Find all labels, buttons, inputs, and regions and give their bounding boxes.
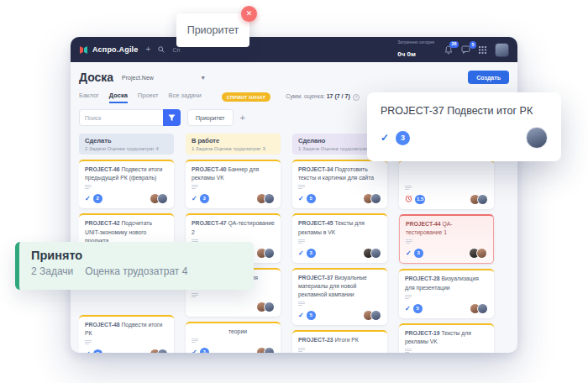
accepted-tasks-count: 2 Задачи [31, 265, 73, 277]
search-input[interactable] [79, 109, 163, 126]
add-filter-button[interactable]: + [240, 113, 245, 123]
search-icon[interactable] [158, 46, 165, 53]
estimate-badge: 5 [307, 311, 316, 320]
task-id: PROJECT-23 [298, 337, 334, 343]
priority-tooltip-label: Приоритет [187, 24, 239, 36]
task-card[interactable]: PROJECT-19 Тексты для рекламы VK✓5 [399, 323, 494, 353]
description-icon [405, 186, 412, 190]
time-tracker: Затрачено сегодня 0ч 0м [397, 39, 434, 60]
task-card[interactable]: PROJECT-40 Баннер для рекламы VK✓3 [186, 160, 281, 208]
task-id: PROJECT-28 [405, 275, 441, 281]
tab-Проект[interactable]: Проект [138, 92, 159, 103]
task-card[interactable]: PROJECT-44 QA-тестирование 1✓3 [399, 214, 494, 264]
create-button[interactable]: Создать [468, 71, 509, 84]
task-card[interactable]: PROJECT-46 Подвести итоги предыдущей РК … [79, 160, 174, 208]
column-header: Сделать2 Задачи Оценка трудозатрат 4 [79, 134, 174, 155]
assignee-avatars [260, 347, 275, 353]
assignee-avatars [473, 303, 488, 314]
task-id: PROJECT-47 [192, 220, 228, 226]
task-preview-popup[interactable]: PROJECT-37 Подвести итог РК ✓ 3 [367, 92, 561, 161]
priority-filter-button[interactable]: Приоритет [187, 109, 234, 126]
messages-button[interactable]: 5 [461, 45, 470, 54]
task-card-footer: ✓2 [85, 193, 168, 204]
project-select[interactable]: Project.New ▼ [122, 75, 206, 81]
estimate-badge: 3 [200, 194, 209, 203]
task-title: PROJECT-19 Тексты для рекламы VK [405, 329, 488, 346]
notifications-count-badge: 26 [449, 41, 459, 49]
avatar [477, 194, 488, 205]
accepted-column-callout: Принято 2 Задачи Оценка трудозатрат 4 [15, 242, 254, 290]
time-tracker-label: Затрачено сегодня [397, 39, 434, 45]
app-logo-icon [79, 45, 88, 55]
tab-Доска[interactable]: Доска [109, 92, 128, 103]
topbar: Аспро.Agile + Сп Затрачено сегодня 0ч 0м… [71, 37, 517, 62]
assignee-avatars [260, 302, 275, 312]
task-card[interactable]: PROJECT-34 Подготовить тексты и картинки… [292, 160, 387, 208]
check-icon: ✓ [405, 305, 411, 312]
description-icon [298, 348, 305, 352]
task-title: PROJECT-48 Подвести итоги РК [85, 321, 168, 338]
topbar-nav-truncated[interactable]: Сп [172, 47, 180, 53]
estimate-badge: 5 [307, 194, 316, 203]
task-card-footer: 1.5 [405, 194, 488, 205]
task-card[interactable]: PROJECT-23 Итоги РК✓5 [292, 330, 387, 353]
description-icon [85, 340, 92, 344]
avatar [264, 248, 275, 259]
assignee-avatars [153, 193, 168, 204]
description-icon [298, 302, 305, 306]
estimate-badge: 1.5 [415, 195, 425, 204]
tab-Баклог[interactable]: Баклог [79, 92, 99, 103]
accepted-estimate: Оценка трудозатрат 4 [85, 265, 187, 277]
check-icon: ✓ [381, 132, 389, 144]
estimate-badge: 3 [414, 249, 423, 258]
column-subtitle: 1 Задача Оценка трудозатрат 3 [192, 146, 275, 151]
check-icon: ✓ [192, 195, 197, 202]
check-icon: ✓ [85, 195, 91, 202]
task-card[interactable]: 1.5 [399, 160, 494, 209]
task-card[interactable]: PROJECT-37 Визуальные материалы для ново… [292, 268, 387, 326]
task-card[interactable]: теории✓3 [186, 322, 281, 353]
estimate-badge: 2 [93, 349, 102, 353]
estimate-badge: 3 [396, 131, 410, 145]
task-title: PROJECT-45 Тексты для рекламы в VK [298, 219, 381, 236]
notifications-button[interactable]: 26 [444, 45, 453, 55]
task-id: PROJECT-40 [192, 166, 228, 172]
close-icon[interactable]: ✕ [241, 6, 257, 22]
assignee-avatars [472, 248, 487, 259]
avatar [157, 349, 168, 353]
project-select-value: Project.New [122, 75, 154, 81]
column-title: В работе [192, 137, 275, 144]
time-tracker-value: 0ч 0м [397, 50, 416, 58]
check-icon: ✓ [298, 312, 304, 319]
assignee-avatars [153, 349, 168, 353]
task-title: теории [192, 328, 275, 336]
avatar [477, 303, 488, 314]
task-id: PROJECT-44 [406, 221, 442, 227]
task-card-footer: ✓3 [298, 248, 381, 259]
check-icon: ✓ [192, 349, 197, 353]
kanban-column: Сделано1 Задача Оценка трудозатратPROJEC… [292, 134, 387, 353]
brand: Аспро.Agile [79, 45, 139, 55]
check-icon: ✓ [298, 195, 304, 202]
check-icon: ✓ [406, 249, 412, 257]
assignee-avatars [366, 193, 381, 204]
task-card-footer: ✓2 [85, 349, 168, 353]
description-icon [298, 185, 305, 189]
description-icon [405, 349, 412, 353]
column-subtitle: 2 Задачи Оценка трудозатрат 4 [85, 146, 168, 151]
user-avatar[interactable] [495, 43, 509, 57]
info-icon[interactable]: ? [353, 94, 360, 101]
task-card[interactable]: PROJECT-45 Тексты для рекламы в VK✓3 [292, 213, 387, 262]
chevron-down-icon: ▼ [200, 75, 206, 81]
tab-Все задачи[interactable]: Все задачи [169, 92, 202, 103]
messages-count-badge: 5 [470, 41, 476, 49]
assignee-avatar [526, 127, 548, 149]
add-icon[interactable]: + [146, 45, 151, 54]
sprint-summary: Сумм. оценка: 17 (7 / 7)? [286, 93, 360, 100]
apps-grid-icon[interactable] [479, 46, 486, 54]
task-title: PROJECT-47 QA-тестирование 2 [192, 219, 275, 236]
task-card[interactable]: PROJECT-48 Подвести итоги РК✓2 [79, 315, 174, 353]
task-card-footer: ✓5 [298, 310, 381, 321]
filter-button[interactable] [163, 109, 181, 126]
task-card[interactable]: PROJECT-28 Визуализация для презентации✓… [399, 269, 494, 317]
